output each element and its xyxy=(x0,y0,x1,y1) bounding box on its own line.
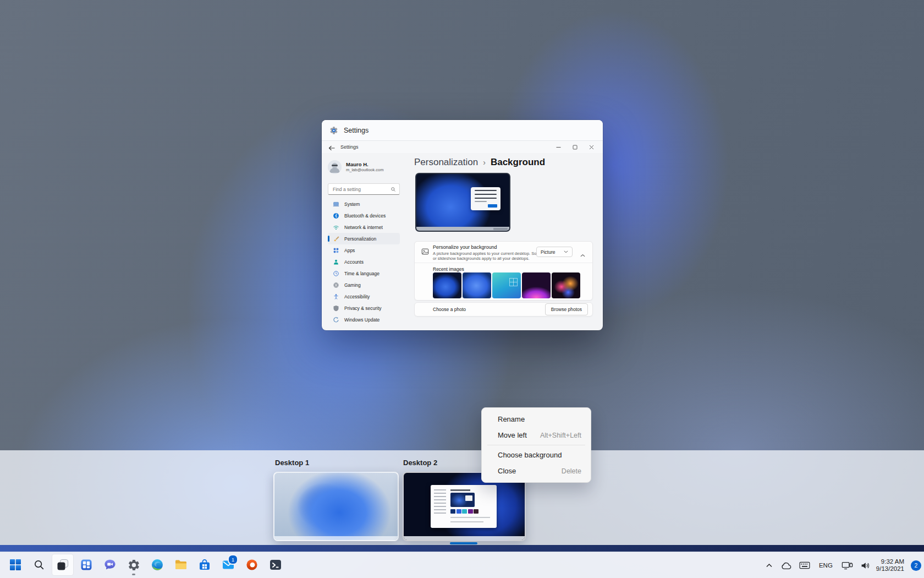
menu-item-move-left[interactable]: Move left Alt+Shift+Left xyxy=(482,427,591,443)
shield-icon xyxy=(333,305,339,312)
choose-photo-label: Choose a photo xyxy=(433,307,466,312)
chat-button[interactable] xyxy=(99,554,121,576)
sidebar-item-bluetooth-devices[interactable]: Bluetooth & devices xyxy=(328,210,400,221)
sidebar-item-windows-update[interactable]: Windows Update xyxy=(328,314,400,325)
volume-icon[interactable] xyxy=(859,557,872,574)
notification-badge[interactable]: 2 xyxy=(911,560,921,571)
sidebar-label: Personalization xyxy=(344,236,376,242)
start-button[interactable] xyxy=(4,554,26,576)
office-button[interactable] xyxy=(241,554,263,576)
search-input[interactable] xyxy=(332,186,391,193)
language-indicator[interactable]: ENG xyxy=(816,557,835,574)
terminal-button[interactable] xyxy=(265,554,287,576)
clock[interactable]: 9:32 AM 9/13/2021 xyxy=(876,558,905,573)
hidden-icons-chevron[interactable] xyxy=(764,557,774,574)
browse-photos-button[interactable]: Browse photos xyxy=(545,303,588,315)
system-icon xyxy=(333,201,339,208)
image-icon xyxy=(421,248,429,258)
taskbar-settings-button[interactable] xyxy=(123,554,145,576)
desktop-context-menu: Rename Move left Alt+Shift+Left Choose b… xyxy=(481,407,591,483)
background-preview-image xyxy=(415,173,510,232)
personalize-background-header[interactable]: Personalize your background A picture ba… xyxy=(415,242,592,263)
menu-label: Close xyxy=(498,467,516,475)
sidebar-item-system[interactable]: System xyxy=(328,198,400,210)
recent-images-label: Recent images xyxy=(433,266,464,272)
taskbar: 1 ENG xyxy=(0,552,924,578)
widgets-button[interactable] xyxy=(75,554,97,576)
personalization-brush-icon xyxy=(333,236,339,242)
accessibility-icon xyxy=(333,293,339,300)
background-type-value: Picture xyxy=(541,249,555,255)
account-row[interactable]: Mauro H. m_lab@outlook.com xyxy=(328,160,400,174)
recent-image-thumb-5[interactable] xyxy=(552,272,580,298)
avatar xyxy=(328,160,342,174)
tray-time: 9:32 AM xyxy=(876,558,904,566)
settings-titlebar[interactable]: Settings xyxy=(322,120,603,141)
breadcrumb-personalization[interactable]: Personalization xyxy=(414,157,478,168)
sidebar-label: Apps xyxy=(344,248,355,253)
sidebar-item-accounts[interactable]: Accounts xyxy=(328,256,400,268)
account-email: m_lab@outlook.com xyxy=(346,167,383,172)
sidebar-item-time-language[interactable]: Time & language xyxy=(328,268,400,279)
menu-item-close[interactable]: Close Delete xyxy=(482,463,591,479)
sidebar-item-network-internet[interactable]: Network & internet xyxy=(328,221,400,233)
minimize-button[interactable] xyxy=(550,141,566,153)
settings-search[interactable] xyxy=(328,183,400,195)
maximize-button[interactable] xyxy=(566,141,583,153)
edge-button[interactable] xyxy=(146,554,168,576)
thumbnail-taskbar xyxy=(404,536,525,540)
sidebar-label: Time & language xyxy=(344,271,380,276)
chevron-up-icon[interactable] xyxy=(580,249,585,259)
system-tray: ENG 9:32 AM 9/13/2021 2 xyxy=(764,552,921,578)
file-explorer-button[interactable] xyxy=(170,554,192,576)
microsoft-store-button[interactable] xyxy=(194,554,216,576)
sidebar-item-apps[interactable]: Apps xyxy=(328,244,400,256)
background-type-dropdown[interactable]: Picture xyxy=(536,247,573,257)
wallpaper-strip xyxy=(0,545,924,552)
sidebar-item-privacy-security[interactable]: Privacy & security xyxy=(328,302,400,314)
recent-images-row xyxy=(433,272,580,298)
sidebar-item-gaming[interactable]: Gaming xyxy=(328,279,400,291)
xbox-icon xyxy=(333,282,339,288)
bluetooth-icon xyxy=(333,212,339,219)
close-button[interactable] xyxy=(583,141,600,153)
recent-image-thumb-1[interactable] xyxy=(433,272,461,298)
search-icon xyxy=(391,187,396,192)
apps-grid-icon xyxy=(333,247,339,254)
personalize-title: Personalize your background xyxy=(433,244,553,250)
back-arrow-icon[interactable] xyxy=(328,144,336,150)
sidebar-label: Accessibility xyxy=(344,294,370,299)
personalize-description: A picture background applies to your cur… xyxy=(433,251,553,261)
breadcrumb-separator: › xyxy=(483,158,486,167)
desktop1-thumbnail[interactable] xyxy=(273,472,399,541)
network-icon[interactable] xyxy=(840,557,855,574)
nav-header-label: Settings xyxy=(340,144,359,150)
account-name: Mauro H. xyxy=(346,161,383,167)
desktop1-label[interactable]: Desktop 1 xyxy=(275,459,309,467)
task-view-button[interactable] xyxy=(52,554,74,576)
menu-label: Rename xyxy=(498,415,525,423)
touch-keyboard-icon[interactable] xyxy=(798,557,812,574)
onedrive-cloud-icon[interactable] xyxy=(779,557,793,574)
personalize-background-card: Personalize your background A picture ba… xyxy=(414,241,593,301)
recent-image-thumb-4[interactable] xyxy=(522,272,551,298)
page-title: Background xyxy=(491,157,545,168)
taskbar-search-button[interactable] xyxy=(28,554,50,576)
active-desktop-indicator xyxy=(450,542,477,544)
sidebar-item-accessibility[interactable]: Accessibility xyxy=(328,291,400,302)
breadcrumb: Personalization › Background xyxy=(414,157,545,168)
sidebar-label: Windows Update xyxy=(344,317,380,323)
settings-nav-bar: Settings xyxy=(322,141,603,153)
mail-badge: 1 xyxy=(228,554,238,565)
recent-image-thumb-3[interactable] xyxy=(492,272,521,298)
menu-separator xyxy=(487,445,585,445)
recent-image-thumb-2[interactable] xyxy=(463,272,491,298)
menu-item-choose-background[interactable]: Choose background xyxy=(482,447,591,463)
settings-sidebar: Mauro H. m_lab@outlook.com System xyxy=(322,153,404,330)
thumbnail-taskbar xyxy=(274,536,398,540)
mail-button[interactable]: 1 xyxy=(217,554,239,576)
desktop2-label[interactable]: Desktop 2 xyxy=(403,459,437,467)
sidebar-item-personalization[interactable]: Personalization xyxy=(328,233,400,244)
choose-photo-row: Choose a photo Browse photos xyxy=(414,302,593,317)
menu-item-rename[interactable]: Rename xyxy=(482,411,591,427)
